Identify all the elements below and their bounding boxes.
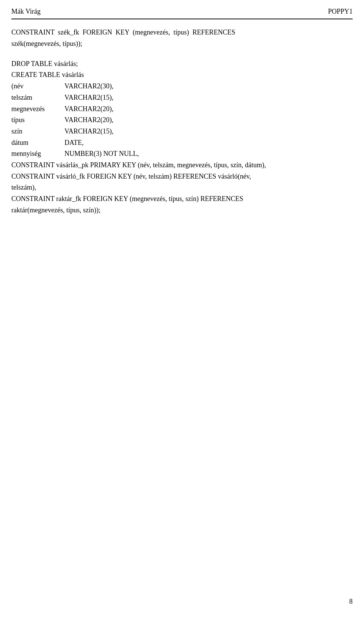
col-label: mennyiség: [11, 148, 64, 160]
line-text: DROP TABLE vásárlás;: [11, 60, 78, 68]
col-label: típus: [11, 115, 64, 126]
line-text: telszám),: [11, 184, 36, 191]
col-value: NUMBER(3) NOT NULL,: [64, 148, 139, 160]
col-value: VARCHAR2(15),: [64, 92, 113, 104]
page-number: 8: [349, 598, 353, 606]
line-szin: szín VARCHAR2(15),: [11, 126, 353, 137]
line-datum: dátum DATE,: [11, 137, 353, 149]
col-value: VARCHAR2(30),: [64, 81, 113, 92]
code-block: CONSTRAINT szék_fk FOREIGN KEY (megnevez…: [11, 27, 353, 216]
blank-line-1: [11, 49, 353, 58]
main-content: CONSTRAINT szék_fk FOREIGN KEY (megnevez…: [11, 27, 353, 216]
line-text: CONSTRAINT vásárló_fk FOREIGN KEY (név, …: [11, 173, 251, 180]
line-szek-ref: szék(megnevezés, típus));: [11, 38, 353, 50]
header-right: POPPY1: [328, 8, 353, 16]
col-label: telszám: [11, 92, 64, 104]
line-text: raktár(megnevezés, típus, szín));: [11, 206, 100, 214]
line-megnevezes: megnevezés VARCHAR2(20),: [11, 104, 353, 115]
line-text: CONSTRAINT raktár_fk FOREIGN KEY (megnev…: [11, 195, 243, 203]
line-text: CREATE TABLE vásárlás: [11, 71, 84, 78]
line-nev: (név VARCHAR2(30),: [11, 81, 353, 92]
col-label: szín: [11, 126, 64, 137]
line-constraint-szek: CONSTRAINT szék_fk FOREIGN KEY (megnevez…: [11, 27, 353, 38]
line-text: CONSTRAINT szék_fk FOREIGN KEY (megnevez…: [11, 27, 235, 38]
col-value: VARCHAR2(15),: [64, 126, 113, 137]
line-telszam: telszám VARCHAR2(15),: [11, 92, 353, 104]
line-create-table: CREATE TABLE vásárlás: [11, 69, 353, 81]
line-drop-table: DROP TABLE vásárlás;: [11, 58, 353, 70]
col-label: megnevezés: [11, 104, 64, 115]
line-constraint-raktar-fk-2: raktár(megnevezés, típus, szín));: [11, 205, 353, 216]
line-tipus: típus VARCHAR2(20),: [11, 115, 353, 126]
line-constraint-vasarlo-fk-2: telszám),: [11, 182, 353, 193]
line-text: CONSTRAINT vásárlás_pk PRIMARY KEY (név,…: [11, 161, 266, 169]
col-label: dátum: [11, 137, 64, 149]
page-header: Mák Virág POPPY1: [11, 8, 353, 19]
col-value: VARCHAR2(20),: [64, 104, 113, 115]
col-value: DATE,: [64, 137, 84, 149]
col-value: VARCHAR2(20),: [64, 115, 113, 126]
line-constraint-vasarlas-pk: CONSTRAINT vásárlás_pk PRIMARY KEY (név,…: [11, 160, 353, 171]
line-mennyiseg: mennyiség NUMBER(3) NOT NULL,: [11, 148, 353, 160]
line-constraint-vasarlo-fk-1: CONSTRAINT vásárló_fk FOREIGN KEY (név, …: [11, 171, 353, 182]
col-label: (név: [11, 81, 64, 92]
line-constraint-raktar-fk-1: CONSTRAINT raktár_fk FOREIGN KEY (megnev…: [11, 193, 353, 205]
line-text: szék(megnevezés, típus));: [11, 40, 82, 47]
header-left: Mák Virág: [11, 8, 41, 16]
